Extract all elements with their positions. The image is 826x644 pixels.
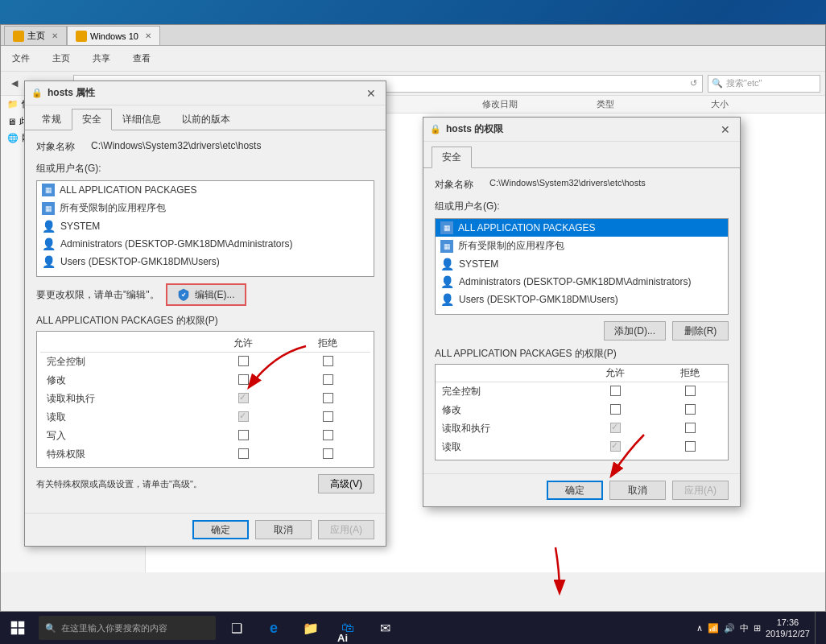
dialog1-tab-general[interactable]: 常规 — [31, 109, 72, 130]
ribbon-view[interactable]: 查看 — [128, 51, 155, 66]
taskbar-edge[interactable]: e — [256, 612, 291, 644]
taskbar-store[interactable]: 🛍 — [330, 612, 366, 644]
dialog1-perm-deny-1[interactable] — [286, 371, 370, 390]
dialog1-group-label: 组或用户名(G): — [36, 162, 374, 175]
dialog2-user-2[interactable]: ▦ 所有受限制的应用程序包 — [436, 237, 728, 255]
taskbar-mail[interactable]: ✉ — [367, 612, 403, 644]
dialog1-user-1[interactable]: ▦ ALL APPLICATION PACKAGES — [37, 181, 374, 199]
edge-icon: e — [270, 620, 278, 637]
taskbar-volume-icon[interactable]: 🔊 — [724, 623, 735, 634]
tab-windows10[interactable]: Windows 10 ✕ — [67, 26, 160, 45]
taskbar-task-view[interactable]: ❑ — [219, 612, 254, 644]
dialog1-perm-name-4: 写入 — [40, 427, 201, 445]
taskbar-lang[interactable]: 中 — [740, 622, 749, 634]
dialog1-tab-prev[interactable]: 以前的版本 — [171, 109, 241, 130]
dialog2-user-list[interactable]: ▦ ALL APPLICATION PACKAGES ▦ 所有受限制的应用程序包… — [435, 218, 729, 315]
dialog1-perm-allow-5[interactable] — [201, 445, 286, 464]
col-date[interactable]: 修改日期 — [479, 98, 593, 110]
dialog1-cancel-btn[interactable]: 取消 — [255, 520, 312, 539]
ribbon-home[interactable]: 主页 — [47, 51, 75, 66]
dialog1-tab-security[interactable]: 安全 — [72, 109, 112, 130]
taskbar-clock[interactable]: 17:36 2019/12/27 — [766, 617, 810, 640]
dialog2-perm-allow-4[interactable] — [578, 456, 653, 460]
dialog1-perm-table-container: 允许 拒绝 完全控制修改读取和执行读取写入特殊权限 — [36, 331, 374, 468]
dialog2-perm-deny-4[interactable] — [653, 456, 728, 460]
start-button[interactable] — [0, 612, 35, 644]
taskbar-grid-icon[interactable]: ⊞ — [754, 623, 761, 634]
nav-back-btn[interactable]: ◀ — [6, 75, 23, 93]
taskbar-search-icon: 🔍 — [45, 623, 56, 634]
ribbon-file[interactable]: 文件 — [7, 51, 35, 66]
dialog2-perm-allow-3[interactable] — [578, 438, 653, 456]
dialog1-perm-allow-4[interactable] — [201, 427, 286, 445]
svg-rect-6 — [19, 629, 25, 635]
search-box[interactable]: 🔍 搜索"etc" — [708, 75, 820, 93]
dialog1-perm-allow-3[interactable] — [201, 408, 286, 427]
dialog2-perm-row-1: 修改 — [436, 401, 728, 419]
dialog1-titlebar[interactable]: 🔒 hosts 属性 ✕ — [25, 81, 386, 105]
dialog2-ok-btn[interactable]: 确定 — [547, 481, 603, 500]
dialog1-perm-allow-2[interactable] — [201, 390, 286, 408]
dialog2-title-icon: 🔒 — [430, 124, 441, 134]
dialog1-advanced-info: 有关特殊权限或高级设置，请单击"高级"。 — [36, 478, 312, 490]
dialog1-user-5[interactable]: 👤 Users (DESKTOP-GMK18DM\Users) — [37, 253, 374, 270]
dialog2-perm-allow-2[interactable] — [578, 419, 653, 438]
search-placeholder: 搜索"etc" — [726, 77, 762, 89]
dialog2-user-5[interactable]: 👤 Users (DESKTOP-GMK18DM\Users) — [436, 291, 728, 308]
col-size[interactable]: 大小 — [708, 98, 822, 110]
tab-win10-close[interactable]: ✕ — [145, 31, 151, 40]
dialog1-edit-btn[interactable]: 编辑(E)... — [166, 283, 246, 306]
taskbar-search[interactable]: 🔍 在这里输入你要搜索的内容 — [39, 616, 216, 640]
dialog1-tab-details[interactable]: 详细信息 — [112, 109, 171, 130]
dialog2-remove-btn[interactable]: 删除(R) — [672, 321, 729, 341]
dialog2-add-btn[interactable]: 添加(D)... — [604, 321, 666, 341]
dialog1-close-btn[interactable]: ✕ — [363, 85, 379, 101]
dialog1-perm-deny-5[interactable] — [286, 445, 370, 464]
dialog2-user-4[interactable]: 👤 Administrators (DESKTOP-GMK18DM\Admini… — [436, 273, 728, 291]
dialog1-perm-deny-0[interactable] — [286, 353, 370, 372]
svg-rect-5 — [11, 629, 18, 635]
dialog1-perm-allow-0[interactable] — [201, 353, 286, 372]
ribbon-share[interactable]: 共享 — [88, 51, 115, 66]
taskbar-network-icon[interactable]: 📶 — [708, 623, 719, 634]
dialog2-cancel-btn[interactable]: 取消 — [609, 481, 666, 500]
dialog1-perm-allow-1[interactable] — [201, 371, 286, 390]
perm-col-name — [40, 335, 201, 353]
dialog2-apply-btn[interactable]: 应用(A) — [672, 481, 729, 500]
dialog2-titlebar[interactable]: 🔒 hosts 的权限 ✕ — [423, 118, 740, 142]
taskbar-chevron[interactable]: ∧ — [696, 623, 703, 634]
dialog2-perm-deny-3[interactable] — [653, 438, 728, 456]
dialog2-user-1[interactable]: ▦ ALL APPLICATION PACKAGES — [436, 219, 728, 237]
dialog1-perm-deny-4[interactable] — [286, 427, 370, 445]
dialog1-perm-name-0: 完全控制 — [40, 353, 201, 372]
dialog2-perm-allow-0[interactable] — [578, 382, 653, 402]
dialog1-edit-label: 编辑(E)... — [195, 288, 235, 302]
dialog1-user-4[interactable]: 👤 Administrators (DESKTOP-GMK18DM\Admini… — [37, 235, 374, 253]
dialog2-tab-security[interactable]: 安全 — [432, 147, 472, 168]
perm-col-allow: 允许 — [201, 335, 286, 353]
dialog2-user-icon-5: 👤 — [440, 293, 454, 306]
user-icon-4: 👤 — [42, 237, 56, 250]
tab-home[interactable]: 主页 ✕ — [4, 26, 67, 45]
address-refresh-btn[interactable]: ↺ — [690, 78, 697, 89]
dialog2-user-3[interactable]: 👤 SYSTEM — [436, 255, 728, 273]
dialog1-advanced-btn[interactable]: 高级(V) — [318, 474, 374, 493]
dialog2-perm-deny-0[interactable] — [653, 382, 728, 402]
dialog2-perm-deny-2[interactable] — [653, 419, 728, 438]
dialog2-perm-allow-1[interactable] — [578, 401, 653, 419]
taskbar-file-explorer[interactable]: 📁 — [293, 612, 328, 644]
dialog2-close-btn[interactable]: ✕ — [717, 122, 733, 138]
dialog1-user-2[interactable]: ▦ 所有受限制的应用程序包 — [37, 199, 374, 217]
tab-home-close[interactable]: ✕ — [52, 31, 58, 40]
dialog1-ok-btn[interactable]: 确定 — [192, 520, 249, 539]
dialog2-perm-table: 允许 拒绝 完全控制修改读取和执行读取写入特殊权限 — [436, 365, 728, 460]
dialog1-perm-deny-3[interactable] — [286, 408, 370, 427]
dialog1-perm-deny-2[interactable] — [286, 390, 370, 408]
dialog1-user-list[interactable]: ▦ ALL APPLICATION PACKAGES ▦ 所有受限制的应用程序包… — [36, 180, 374, 277]
col-type[interactable]: 类型 — [593, 98, 708, 110]
dialog1-user-3[interactable]: 👤 SYSTEM — [37, 217, 374, 235]
dialog2-perm-deny-1[interactable] — [653, 401, 728, 419]
dialog1-apply-btn[interactable]: 应用(A) — [318, 520, 374, 539]
show-desktop-btn[interactable] — [815, 612, 820, 644]
search-icon: 🔍 — [712, 78, 723, 89]
